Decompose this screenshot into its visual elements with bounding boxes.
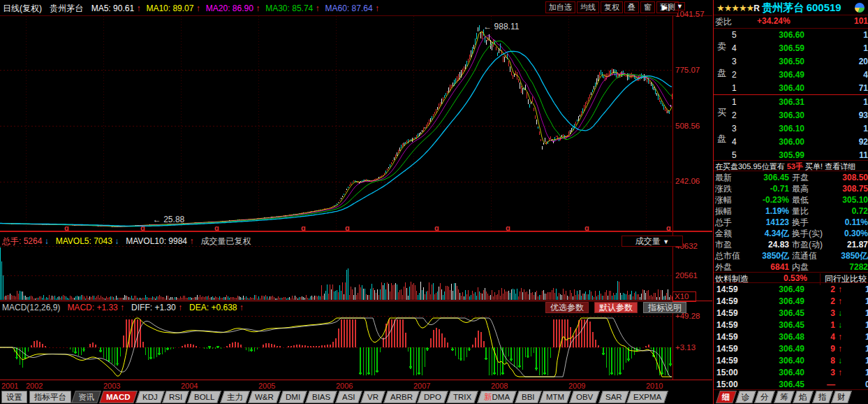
stat-value: 306.45 [742,172,789,183]
toolbar-button-叠[interactable]: 叠 [624,1,639,13]
tick-lots: 8 [824,355,835,367]
level-number: 1 [732,82,737,95]
stat-label: 内盘 [792,261,809,273]
indicator-tab-BOLL[interactable]: BOLL [187,391,221,403]
indicator-tab-DMI[interactable]: DMI [279,391,307,403]
svg-text:← 988.11: ← 988.11 [483,22,519,31]
level-number: 1 [732,96,737,109]
level-volume: 1 [863,96,868,109]
indicator-tab-SAR[interactable]: SAR [598,391,629,403]
indicator-tab-TRIX[interactable]: TRIX [446,391,478,403]
macd-button-默认参数[interactable]: 默认参数 [594,302,638,313]
indicator-tab-W&R[interactable]: W&R [248,391,281,403]
panel-tab-焰[interactable]: 焰 [793,391,813,403]
tick-time: 14:59 [716,308,738,319]
stat-value: 308.75 [842,183,868,194]
indicator-tab-RSI[interactable]: RSI [162,391,189,403]
indicator-tab-新DMA[interactable]: 新DMA [477,391,517,403]
indicator-tab-设置[interactable]: 设置 [1,391,27,403]
macd-button-优选参数[interactable]: 优选参数 [545,302,589,313]
toolbar-button-窗[interactable]: 窗 [640,1,655,13]
indicator-tab-指标平台[interactable]: 指标平台 [29,391,71,403]
tick-lots: 9 [824,343,835,355]
industry-row: 饮料制造 0.53% 同行业比较 [714,273,868,282]
dropdown-caret-icon[interactable]: ▼ [675,2,685,10]
level-volume: 1 [863,29,868,42]
indicator-tab-ARBR[interactable]: ARBR [383,391,420,403]
stat-label: 总市值 [715,250,740,261]
tick-tail-clipped: 1 [865,319,868,331]
tick-row: 14:59306.499↑1 [714,343,868,355]
level-price: 306.59 [749,42,804,55]
grade-label: R [753,3,760,13]
volume-mavol10-label: MAVOL10: 9984 ↑ [126,236,193,246]
indicator-tab-DPO[interactable]: DPO [418,391,449,403]
indicator-tab-主力[interactable]: 主力 [220,391,250,403]
tick-lots: 2 [824,296,835,308]
rating-stars-icon: ★★★★★ [716,3,753,13]
toolbar-button-复权[interactable]: 复权 [601,1,623,13]
macd-pane-header: MACD(12,26,9)MACD: +1.33 ↑DIFF: +1.30 ↑D… [2,303,251,312]
svg-text:2002: 2002 [26,382,43,390]
stock-name-label: 贵州茅台 [50,3,83,13]
svg-text:2003: 2003 [103,382,120,390]
indicator-tab-资讯[interactable]: 资讯 [71,391,101,403]
indicator-tab-MTM[interactable]: MTM [539,391,571,403]
svg-text:20561: 20561 [675,271,698,280]
panel-tab-诊[interactable]: 诊 [735,391,756,403]
stat-value: 14123 [742,217,789,228]
level-number: 3 [732,55,737,68]
tick-row: 14:59306.408↓1 [714,355,868,367]
toolbar-button-加自选[interactable]: 加自选 [545,1,575,13]
tick-up-arrow-icon: ↑ [838,296,842,308]
panel-tab-筹[interactable]: 筹 [774,391,794,403]
toolbar-button-均线[interactable]: 均线 [577,1,599,13]
main-chart-pane: ← 988.11← 25.88qqqqqqqqq [0,22,672,232]
stat-label: 涨跌 [715,183,732,194]
notice-qty: 53手 [787,162,803,171]
indicator-tab-MACD[interactable]: MACD [99,391,137,403]
indicator-tab-BIAS[interactable]: BIAS [305,391,337,403]
indicator-tab-VR[interactable]: VR [360,391,385,403]
svg-text:775.07: 775.07 [675,66,700,74]
volume-adjusted-note: 成交量已复权 [200,236,251,246]
stat-value: 308.50 [842,172,868,183]
indicator-tab-OBV[interactable]: OBV [569,391,600,403]
ma-value-label: MA10: 89.07 ↑ [146,3,200,13]
level-price: 306.31 [749,96,804,109]
panel-tab-指[interactable]: 指 [812,391,832,403]
macd-parameter-buttons: 优选参数默认参数指标说明 [545,302,692,313]
charts-canvas[interactable]: ← 988.11← 25.88qqqqqqqqq1041.57775.07508… [0,0,712,404]
svg-text:X10: X10 [675,292,689,301]
tick-down-arrow-icon: ↓ [838,308,842,319]
industry-change: 0.53% [784,273,807,283]
stat-value: 21.87 [847,239,868,250]
tick-price: 306.40 [754,367,804,379]
panel-tab-财[interactable]: 财 [831,391,851,403]
quote-panel-header: ★★★★★R 贵州茅台 600519 [716,1,868,15]
period-label: 日线(复权) [3,3,42,13]
globe-icon[interactable] [855,3,865,13]
level-number: 2 [732,68,737,82]
panel-tab-细[interactable]: 细 [716,391,736,403]
tick-up-arrow-icon: ↑ [838,331,842,343]
macd-button-指标说明[interactable]: 指标说明 [643,302,686,313]
indicator-tab-BBI[interactable]: BBI [515,391,541,403]
tick-lots: 1 [824,319,835,331]
svg-text:2008: 2008 [491,382,508,390]
panel-tab-分[interactable]: 分 [754,391,774,403]
tick-time: 14:59 [716,284,738,296]
view-detail-link[interactable]: 买单! 查看详细 [805,162,855,171]
sell-row: 4306.591 [714,42,868,55]
stat-label: 最低 [792,194,809,205]
indicator-tab-KDJ[interactable]: KDJ [135,391,165,403]
level-number: 5 [732,29,737,42]
indicator-tab-ASI[interactable]: ASI [335,391,362,403]
nav-next-icon[interactable]: ▶| [662,3,670,12]
volume-indicator-selector[interactable]: 成交量 ▼ [621,236,683,247]
tick-price: 306.40 [754,355,804,367]
tick-up-arrow-icon: ↑ [838,367,842,379]
stat-value: 305.10 [842,194,868,205]
ma-value-label: MA5: 90.61 ↑ [91,3,141,13]
indicator-tab-EXPMA[interactable]: EXPMA [626,391,668,403]
